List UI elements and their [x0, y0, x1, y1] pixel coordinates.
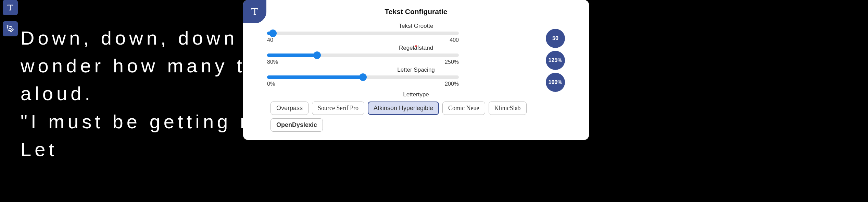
panel-header: Tekst Configuratie — [243, 0, 589, 21]
line-height-min: 80% — [267, 59, 278, 65]
font-option-source-serif-pro[interactable]: Source Serif Pro — [312, 102, 364, 115]
slider-thumb[interactable] — [269, 29, 277, 37]
letter-spacing-label: Letter Spacing — [267, 67, 565, 73]
slider-fill — [267, 54, 317, 57]
panel-header-badge — [243, 0, 266, 23]
slider-fill — [267, 75, 363, 79]
text-size-slider[interactable] — [267, 32, 459, 35]
font-family-options: Overpass Source Serif Pro Atkinson Hyper… — [271, 102, 562, 132]
text-size-control: Tekst Grootte 40 400 50 — [243, 23, 589, 43]
font-family-section: Lettertype Overpass Source Serif Pro Atk… — [243, 91, 589, 132]
slider-thumb[interactable] — [313, 51, 321, 59]
text-icon — [7, 4, 14, 11]
pen-tool-button[interactable] — [3, 21, 18, 36]
text-size-min: 40 — [267, 37, 273, 43]
line-height-slider[interactable] — [267, 54, 459, 57]
letter-spacing-control: Letter Spacing 0% 200% 100% — [243, 67, 589, 87]
font-option-klinicslab[interactable]: KlinicSlab — [489, 102, 527, 115]
left-toolbar — [3, 0, 18, 36]
panel-title: Tekst Configuratie — [243, 8, 589, 16]
letter-spacing-min: 0% — [267, 81, 275, 87]
font-option-atkinson-hyperlegible[interactable]: Atkinson Hyperlegible — [368, 102, 439, 115]
font-option-opendyslexic[interactable]: OpenDyslexic — [271, 118, 323, 132]
letter-spacing-slider[interactable] — [267, 75, 459, 79]
text-tool-button[interactable] — [3, 0, 18, 15]
svg-point-0 — [10, 28, 11, 29]
text-size-max: 400 — [450, 37, 459, 43]
text-config-panel: Tekst Configuratie Tekst Grootte 40 400 … — [243, 0, 589, 140]
slider-thumb[interactable] — [359, 73, 367, 81]
text-icon — [250, 7, 259, 16]
font-option-comic-neue[interactable]: Comic Neue — [442, 102, 485, 115]
modified-indicator-icon — [415, 45, 417, 47]
text-size-label: Tekst Grootte — [267, 23, 565, 29]
line-height-control: Regelafstand 80% 250% 125% — [243, 45, 589, 65]
font-family-label: Lettertype — [271, 91, 562, 98]
font-option-overpass[interactable]: Overpass — [271, 102, 309, 115]
line-height-max: 250% — [445, 59, 459, 65]
letter-spacing-max: 200% — [445, 81, 459, 87]
pen-icon — [7, 25, 14, 33]
letter-spacing-value-badge: 100% — [546, 73, 565, 92]
